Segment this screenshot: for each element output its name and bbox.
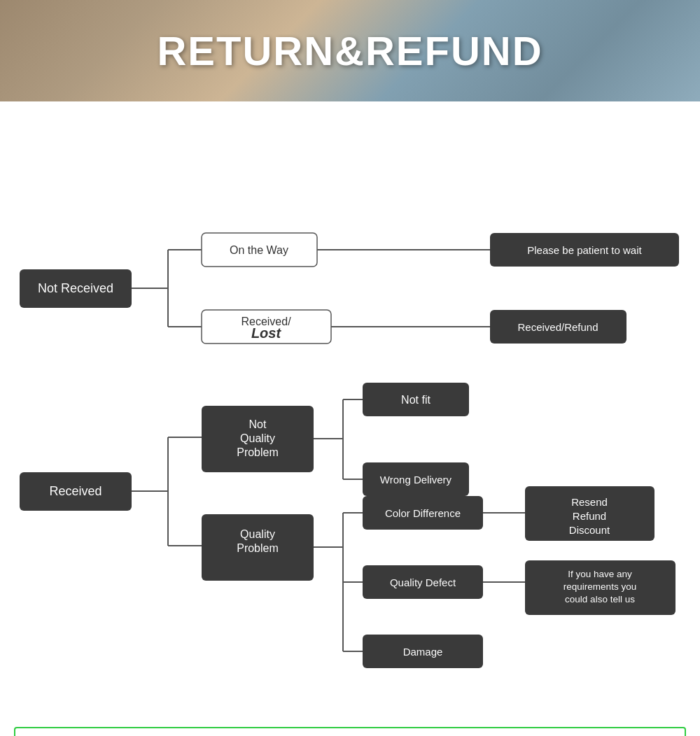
rrd-text1: Resend <box>571 496 608 508</box>
not-quality-text1: Not <box>249 418 267 430</box>
flow-diagram: Not Received On the Way Please be patien… <box>14 115 686 703</box>
not-quality-text3: Problem <box>237 446 279 458</box>
color-diff-label: Color Difference <box>385 507 461 519</box>
not-quality-text2: Quality <box>240 432 275 444</box>
not-fit-label: Not fit <box>401 394 430 406</box>
main-content: Not Received On the Way Please be patien… <box>0 101 700 720</box>
not-received-label: Not Received <box>38 281 113 295</box>
quality-text1: Quality <box>240 528 275 540</box>
page-header: RETURN&REFUND <box>0 0 700 101</box>
quality-defect-label: Quality Defect <box>390 576 456 588</box>
if-req-text2: requirements you <box>564 581 636 592</box>
if-req-text1: If you have any <box>568 569 632 579</box>
damage-label: Damage <box>403 646 443 658</box>
received-lost-text2: Lost <box>251 325 282 341</box>
wrong-delivery-label: Wrong Delivery <box>380 474 452 486</box>
rrd-text2: Refund <box>573 510 606 522</box>
received-refund-label: Received/Refund <box>517 321 598 333</box>
page-title: RETURN&REFUND <box>157 27 542 74</box>
quality-text2: Problem <box>237 542 279 554</box>
received-label: Received <box>49 484 102 498</box>
please-wait-label: Please be patient to wait <box>527 244 642 256</box>
notes-section: 1 Please check the tracking in formation… <box>14 727 686 736</box>
if-req-text3: could also tell us <box>565 594 635 604</box>
rrd-text3: Discount <box>569 524 610 536</box>
on-the-way-label: On the Way <box>230 244 288 256</box>
